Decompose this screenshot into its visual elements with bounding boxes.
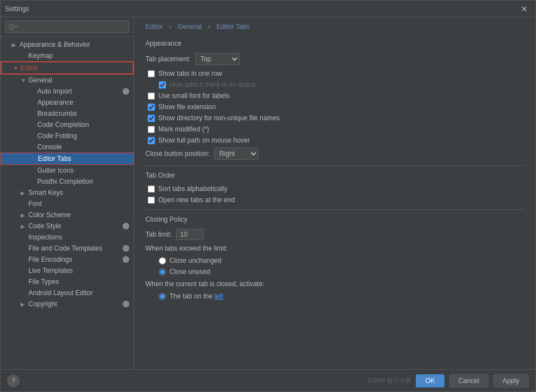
- tree-arrow: ▶: [12, 42, 20, 48]
- sidebar-item-keymap[interactable]: ▶ Keymap: [1, 50, 134, 61]
- checkbox-show-file-ext: Show file extension: [145, 103, 524, 111]
- sidebar-item-label: Inspections: [28, 233, 62, 241]
- breadcrumb: Editor › General › Editor Tabs: [134, 17, 535, 34]
- show-tabs-one-row-checkbox[interactable]: [148, 70, 155, 77]
- open-new-end-checkbox[interactable]: [148, 197, 155, 204]
- close-button-label: Close button position:: [145, 150, 209, 158]
- sidebar-item-label: Postfix Completion: [37, 178, 93, 185]
- sidebar-item-code-style[interactable]: ▶ Code Style: [1, 220, 134, 232]
- checkbox-show-directory: Show directory for non-unique file names: [145, 114, 524, 122]
- sidebar-item-console[interactable]: ▶ Console: [1, 141, 134, 153]
- sidebar-item-label: Code Folding: [37, 132, 77, 140]
- tab-placement-label: Tab placement:: [145, 55, 191, 63]
- breadcrumb-general: General: [178, 23, 202, 31]
- when-closed-row: When the current tab is closed, activate…: [145, 280, 524, 288]
- close-button-row: Close button position: Right Left None: [145, 148, 524, 160]
- checkbox-mark-modified: Mark modified (*): [145, 125, 524, 133]
- checkbox-show-tabs-one-row: Show tabs in one row: [145, 70, 524, 77]
- sidebar-item-label: Gutter Icons: [37, 166, 74, 174]
- close-unchanged-radio[interactable]: [159, 257, 166, 264]
- title-bar: Settings ✕: [1, 1, 535, 17]
- section-tab-order-title: Tab Order: [145, 171, 524, 179]
- sidebar-item-breadcrumbs[interactable]: ▶ Breadcrumbs: [1, 108, 134, 119]
- sidebar-item-inspections[interactable]: ▶ Inspections: [1, 232, 134, 243]
- checkbox-open-new-end: Open new tabs at the end: [145, 196, 524, 204]
- tab-left-radio[interactable]: [159, 293, 166, 300]
- content-area: ▶ Appearance & Behavior ▶ Keymap ▼ Edito…: [1, 17, 535, 369]
- show-file-ext-label: Show file extension: [158, 103, 216, 111]
- close-button[interactable]: ✕: [518, 3, 531, 14]
- sidebar-item-postfix-completion[interactable]: ▶ Postfix Completion: [1, 176, 134, 187]
- sidebar-item-label: Editor: [21, 64, 38, 72]
- show-file-ext-checkbox[interactable]: [148, 104, 155, 111]
- sidebar-item-file-types[interactable]: ▶ File Types: [1, 276, 134, 287]
- sidebar-item-label: Smart Keys: [28, 189, 63, 197]
- divider-2: [145, 209, 524, 210]
- show-full-path-checkbox[interactable]: [148, 137, 155, 144]
- breadcrumb-sep1: ›: [169, 23, 173, 31]
- sidebar-item-file-encodings[interactable]: ▶ File Encodings: [1, 254, 134, 265]
- hide-tabs-label: Hide tabs if there is no space: [169, 81, 256, 89]
- sidebar-item-copyright[interactable]: ▶ Copyright: [1, 298, 134, 310]
- sidebar-item-label: Live Templates: [28, 267, 73, 275]
- sidebar-item-general[interactable]: ▼ General: [1, 75, 134, 86]
- sidebar-item-gutter-icons[interactable]: ▶ Gutter Icons: [1, 165, 134, 176]
- when-exceed-label: When tabs exceed the limit:: [145, 244, 227, 252]
- sidebar-item-code-folding[interactable]: ▶ Code Folding: [1, 130, 134, 141]
- sidebar-item-android-layout-editor[interactable]: ▶ Android Layout Editor: [1, 287, 134, 298]
- sidebar-item-label: Appearance: [37, 99, 74, 106]
- sidebar-item-code-completion[interactable]: ▶ Code Completion: [1, 119, 134, 130]
- tab-limit-row: Tab limit:: [145, 229, 524, 240]
- cancel-button[interactable]: Cancel: [449, 374, 489, 388]
- sidebar-item-appearance[interactable]: ▶ Appearance: [1, 97, 134, 108]
- radio-tab-left: The tab on the left: [145, 292, 524, 300]
- tab-left-label: The tab on the left: [169, 292, 223, 300]
- sidebar-item-auto-import[interactable]: ▶ Auto Import: [1, 86, 134, 97]
- section-appearance-title: Appearance: [145, 40, 524, 47]
- radio-close-unused: Close unused: [145, 268, 524, 276]
- sidebar-item-color-scheme[interactable]: ▶ Color Scheme: [1, 209, 134, 220]
- search-input[interactable]: [5, 21, 129, 33]
- ok-button[interactable]: OK: [416, 374, 444, 388]
- close-unchanged-label: Close unchanged: [169, 257, 221, 264]
- radio-close-unchanged: Close unchanged: [145, 257, 524, 264]
- tab-limit-label: Tab limit:: [145, 231, 172, 238]
- mark-modified-checkbox[interactable]: [148, 126, 155, 133]
- sidebar-item-appearance-behavior[interactable]: ▶ Appearance & Behavior: [1, 39, 134, 50]
- settings-window: Settings ✕ ▶ Appearance & Behavior ▶ Key…: [0, 0, 536, 392]
- help-button[interactable]: ?: [7, 375, 20, 387]
- breadcrumb-sep2: ›: [208, 23, 212, 31]
- settings-content: Appearance Tab placement: Top Bottom Lef…: [134, 34, 535, 369]
- tab-placement-dropdown[interactable]: Top Bottom Left Right None: [195, 53, 240, 65]
- settings-icon: [123, 88, 129, 95]
- sidebar-item-file-code-templates[interactable]: ▶ File and Code Templates: [1, 243, 134, 254]
- sidebar-item-label: Console: [37, 143, 62, 151]
- small-font-checkbox[interactable]: [148, 92, 155, 100]
- breadcrumb-editor-tabs: Editor Tabs: [216, 23, 250, 31]
- sidebar-item-editor-tabs[interactable]: ▶ Editor Tabs: [1, 153, 134, 165]
- sidebar-item-editor[interactable]: ▼ Editor: [1, 61, 134, 75]
- sidebar-item-label: Appearance & Behavior: [20, 41, 90, 48]
- apply-button[interactable]: Apply: [493, 374, 529, 388]
- tab-limit-input[interactable]: [176, 229, 204, 240]
- when-exceed-row: When tabs exceed the limit:: [145, 244, 524, 252]
- breadcrumb-editor: Editor: [145, 23, 163, 31]
- sort-alpha-checkbox[interactable]: [148, 185, 155, 193]
- close-button-dropdown[interactable]: Right Left None: [214, 148, 259, 160]
- settings-icon: [123, 223, 129, 229]
- tree-arrow: ▶: [21, 223, 28, 229]
- sidebar-item-smart-keys[interactable]: ▶ Smart Keys: [1, 187, 134, 198]
- sidebar-item-label: Breadcrumbs: [37, 110, 77, 117]
- close-unused-radio[interactable]: [159, 268, 166, 276]
- bottom-bar: ? CSDN @方小算 OK Cancel Apply: [1, 369, 535, 391]
- tree-container: ▶ Appearance & Behavior ▶ Keymap ▼ Edito…: [1, 37, 134, 369]
- sidebar-item-label: File and Code Templates: [28, 244, 123, 252]
- sidebar-item-live-templates[interactable]: ▶ Live Templates: [1, 265, 134, 276]
- close-unused-label: Close unused: [169, 268, 210, 276]
- sidebar-item-label: Editor Tabs: [38, 155, 71, 163]
- show-full-path-label: Show full path on mouse hover: [158, 136, 250, 144]
- when-closed-label: When the current tab is closed, activate…: [145, 280, 264, 288]
- hide-tabs-checkbox[interactable]: [159, 81, 166, 89]
- sidebar-item-font[interactable]: ▶ Font: [1, 198, 134, 209]
- show-directory-checkbox[interactable]: [148, 115, 155, 122]
